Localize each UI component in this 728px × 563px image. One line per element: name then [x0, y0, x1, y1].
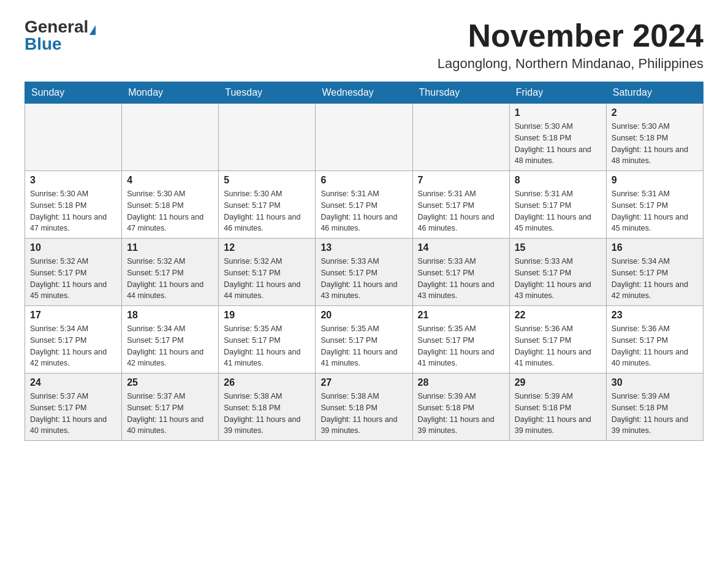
day-number: 11 [127, 242, 213, 253]
day-number: 17 [30, 310, 116, 321]
day-number: 8 [515, 175, 601, 186]
title-area: November 2024 Lagonglong, Northern Minda… [438, 18, 703, 72]
day-info: Sunrise: 5:38 AM Sunset: 5:18 PM Dayligh… [320, 391, 407, 437]
day-info: Sunrise: 5:33 AM Sunset: 5:17 PM Dayligh… [515, 256, 601, 302]
page-header: General Blue November 2024 Lagonglong, N… [25, 18, 703, 72]
calendar-cell: 11Sunrise: 5:32 AM Sunset: 5:17 PM Dayli… [122, 239, 219, 306]
day-number: 2 [612, 107, 698, 118]
calendar-cell: 30Sunrise: 5:39 AM Sunset: 5:18 PM Dayli… [606, 373, 703, 441]
calendar-cell: 16Sunrise: 5:34 AM Sunset: 5:17 PM Dayli… [606, 239, 703, 306]
calendar-cell: 28Sunrise: 5:39 AM Sunset: 5:18 PM Dayli… [412, 373, 509, 441]
calendar-cell: 8Sunrise: 5:31 AM Sunset: 5:17 PM Daylig… [509, 171, 606, 239]
calendar-cell: 13Sunrise: 5:33 AM Sunset: 5:17 PM Dayli… [316, 239, 412, 306]
day-info: Sunrise: 5:31 AM Sunset: 5:17 PM Dayligh… [418, 188, 504, 234]
day-number: 25 [127, 377, 213, 388]
day-number: 30 [612, 377, 698, 388]
col-sunday: Sunday [25, 82, 122, 104]
day-info: Sunrise: 5:30 AM Sunset: 5:18 PM Dayligh… [515, 121, 601, 167]
calendar-cell [316, 104, 412, 171]
day-info: Sunrise: 5:39 AM Sunset: 5:18 PM Dayligh… [418, 391, 504, 437]
day-info: Sunrise: 5:36 AM Sunset: 5:17 PM Dayligh… [612, 323, 698, 369]
day-info: Sunrise: 5:37 AM Sunset: 5:17 PM Dayligh… [127, 391, 213, 437]
day-number: 20 [320, 310, 407, 321]
logo-blue-text: Blue [25, 34, 62, 53]
calendar-cell: 3Sunrise: 5:30 AM Sunset: 5:18 PM Daylig… [25, 171, 122, 239]
calendar-cell: 23Sunrise: 5:36 AM Sunset: 5:17 PM Dayli… [606, 306, 703, 373]
calendar-cell: 17Sunrise: 5:34 AM Sunset: 5:17 PM Dayli… [25, 306, 122, 373]
day-info: Sunrise: 5:33 AM Sunset: 5:17 PM Dayligh… [320, 256, 407, 302]
col-wednesday: Wednesday [316, 82, 412, 104]
logo-general-text: General [25, 17, 88, 36]
day-info: Sunrise: 5:38 AM Sunset: 5:18 PM Dayligh… [224, 391, 310, 437]
day-number: 3 [30, 175, 116, 186]
day-info: Sunrise: 5:30 AM Sunset: 5:18 PM Dayligh… [612, 121, 698, 167]
day-number: 29 [515, 377, 601, 388]
day-info: Sunrise: 5:34 AM Sunset: 5:17 PM Dayligh… [612, 256, 698, 302]
day-info: Sunrise: 5:31 AM Sunset: 5:17 PM Dayligh… [515, 188, 601, 234]
day-number: 28 [418, 377, 504, 388]
day-number: 16 [612, 242, 698, 253]
calendar-week-row: 24Sunrise: 5:37 AM Sunset: 5:17 PM Dayli… [25, 373, 703, 441]
day-info: Sunrise: 5:34 AM Sunset: 5:17 PM Dayligh… [127, 323, 213, 369]
day-info: Sunrise: 5:39 AM Sunset: 5:18 PM Dayligh… [612, 391, 698, 437]
day-number: 24 [30, 377, 116, 388]
calendar-cell: 27Sunrise: 5:38 AM Sunset: 5:18 PM Dayli… [316, 373, 412, 441]
day-info: Sunrise: 5:39 AM Sunset: 5:18 PM Dayligh… [515, 391, 601, 437]
day-number: 4 [127, 175, 213, 186]
day-info: Sunrise: 5:33 AM Sunset: 5:17 PM Dayligh… [418, 256, 504, 302]
day-number: 5 [224, 175, 310, 186]
logo-top-line: General [25, 18, 96, 36]
day-number: 6 [320, 175, 407, 186]
calendar-cell: 5Sunrise: 5:30 AM Sunset: 5:17 PM Daylig… [219, 171, 316, 239]
calendar-week-row: 1Sunrise: 5:30 AM Sunset: 5:18 PM Daylig… [25, 104, 703, 171]
calendar-cell: 22Sunrise: 5:36 AM Sunset: 5:17 PM Dayli… [509, 306, 606, 373]
calendar-cell: 26Sunrise: 5:38 AM Sunset: 5:18 PM Dayli… [219, 373, 316, 441]
day-info: Sunrise: 5:36 AM Sunset: 5:17 PM Dayligh… [515, 323, 601, 369]
day-info: Sunrise: 5:32 AM Sunset: 5:17 PM Dayligh… [224, 256, 310, 302]
day-number: 12 [224, 242, 310, 253]
calendar-cell: 20Sunrise: 5:35 AM Sunset: 5:17 PM Dayli… [316, 306, 412, 373]
day-number: 15 [515, 242, 601, 253]
day-number: 21 [418, 310, 504, 321]
header-row: Sunday Monday Tuesday Wednesday Thursday… [25, 82, 703, 104]
day-info: Sunrise: 5:32 AM Sunset: 5:17 PM Dayligh… [127, 256, 213, 302]
calendar-cell: 2Sunrise: 5:30 AM Sunset: 5:18 PM Daylig… [606, 104, 703, 171]
day-info: Sunrise: 5:35 AM Sunset: 5:17 PM Dayligh… [224, 323, 310, 369]
col-saturday: Saturday [606, 82, 703, 104]
calendar-cell: 1Sunrise: 5:30 AM Sunset: 5:18 PM Daylig… [509, 104, 606, 171]
calendar-cell: 24Sunrise: 5:37 AM Sunset: 5:17 PM Dayli… [25, 373, 122, 441]
calendar-cell [25, 104, 122, 171]
day-number: 23 [612, 310, 698, 321]
day-number: 14 [418, 242, 504, 253]
calendar-cell: 4Sunrise: 5:30 AM Sunset: 5:18 PM Daylig… [122, 171, 219, 239]
calendar-cell: 19Sunrise: 5:35 AM Sunset: 5:17 PM Dayli… [219, 306, 316, 373]
day-number: 22 [515, 310, 601, 321]
calendar-cell [412, 104, 509, 171]
day-info: Sunrise: 5:34 AM Sunset: 5:17 PM Dayligh… [30, 323, 116, 369]
day-number: 27 [320, 377, 407, 388]
col-monday: Monday [122, 82, 219, 104]
day-info: Sunrise: 5:30 AM Sunset: 5:18 PM Dayligh… [30, 188, 116, 234]
calendar-cell: 9Sunrise: 5:31 AM Sunset: 5:17 PM Daylig… [606, 171, 703, 239]
day-number: 26 [224, 377, 310, 388]
day-number: 10 [30, 242, 116, 253]
day-info: Sunrise: 5:35 AM Sunset: 5:17 PM Dayligh… [418, 323, 504, 369]
calendar-cell: 15Sunrise: 5:33 AM Sunset: 5:17 PM Dayli… [509, 239, 606, 306]
calendar-cell: 29Sunrise: 5:39 AM Sunset: 5:18 PM Dayli… [509, 373, 606, 441]
day-number: 7 [418, 175, 504, 186]
logo-triangle-icon [89, 25, 96, 35]
calendar-cell [122, 104, 219, 171]
logo: General Blue [25, 18, 96, 53]
calendar-table: Sunday Monday Tuesday Wednesday Thursday… [25, 82, 703, 441]
calendar-cell: 10Sunrise: 5:32 AM Sunset: 5:17 PM Dayli… [25, 239, 122, 306]
day-info: Sunrise: 5:32 AM Sunset: 5:17 PM Dayligh… [30, 256, 116, 302]
day-number: 9 [612, 175, 698, 186]
col-friday: Friday [509, 82, 606, 104]
calendar-week-row: 10Sunrise: 5:32 AM Sunset: 5:17 PM Dayli… [25, 239, 703, 306]
month-year-title: November 2024 [438, 18, 703, 53]
calendar-cell: 6Sunrise: 5:31 AM Sunset: 5:17 PM Daylig… [316, 171, 412, 239]
calendar-cell: 18Sunrise: 5:34 AM Sunset: 5:17 PM Dayli… [122, 306, 219, 373]
day-number: 18 [127, 310, 213, 321]
calendar-cell: 14Sunrise: 5:33 AM Sunset: 5:17 PM Dayli… [412, 239, 509, 306]
location-subtitle: Lagonglong, Northern Mindanao, Philippin… [438, 56, 703, 72]
